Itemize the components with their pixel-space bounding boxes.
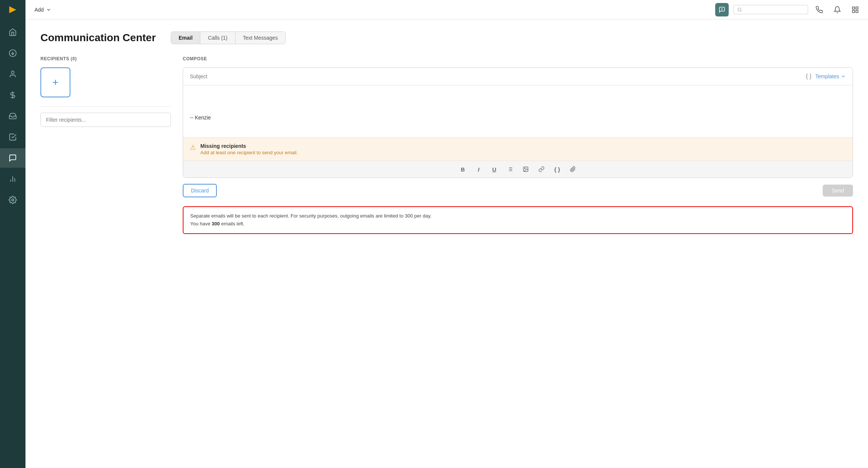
sidebar-item-settings[interactable] bbox=[0, 190, 25, 210]
recipients-label: RECIPIENTS (0) bbox=[40, 56, 171, 61]
templates-label: Templates bbox=[815, 73, 839, 79]
chat-icon bbox=[719, 6, 725, 13]
warning-subtitle: Add at least one recipient to send your … bbox=[200, 150, 298, 155]
sidebar-item-home[interactable] bbox=[0, 22, 25, 42]
image-icon[interactable] bbox=[521, 165, 530, 174]
svg-rect-14 bbox=[856, 7, 858, 9]
subject-row-right: { } Templates bbox=[806, 73, 846, 80]
bell-icon-button[interactable] bbox=[831, 3, 844, 16]
add-button[interactable]: Add bbox=[31, 5, 54, 14]
templates-button[interactable]: Templates bbox=[815, 73, 846, 79]
warning-title: Missing recipients bbox=[200, 143, 298, 149]
svg-line-12 bbox=[741, 10, 741, 11]
list-icon[interactable] bbox=[506, 165, 515, 174]
sidebar-item-download[interactable] bbox=[0, 43, 25, 63]
warning-content: Missing recipients Add at least one reci… bbox=[200, 143, 298, 155]
info-text2: You have bbox=[190, 221, 212, 227]
compose-panel: COMPOSE { } Templates bbox=[183, 56, 853, 281]
tab-calls[interactable]: Calls (1) bbox=[200, 32, 235, 44]
sidebar-item-inbox[interactable] bbox=[0, 106, 25, 126]
action-row: Discard Send bbox=[183, 178, 853, 197]
info-box: Separate emails will be sent to each rec… bbox=[183, 206, 853, 234]
add-recipient-icon: + bbox=[52, 76, 58, 88]
search-icon bbox=[737, 7, 742, 12]
italic-icon[interactable]: I bbox=[474, 165, 483, 174]
phone-icon-button[interactable] bbox=[813, 3, 826, 16]
app-logo[interactable] bbox=[0, 0, 25, 19]
variable-icon[interactable]: { } bbox=[806, 73, 811, 80]
chat-icon-button[interactable] bbox=[715, 3, 729, 16]
warning-icon: ⚠ bbox=[190, 143, 196, 152]
warning-banner: ⚠ Missing recipients Add at least one re… bbox=[183, 138, 853, 161]
sidebar-item-finance[interactable] bbox=[0, 85, 25, 105]
svg-rect-15 bbox=[853, 10, 855, 12]
link-icon[interactable] bbox=[537, 165, 546, 174]
info-text: Separate emails will be sent to each rec… bbox=[190, 213, 431, 219]
divider bbox=[40, 106, 171, 107]
sidebar-nav bbox=[0, 22, 25, 210]
main-layout: RECIPIENTS (0) + COMPOSE { } bbox=[40, 56, 853, 281]
tab-email[interactable]: Email bbox=[171, 32, 200, 44]
email-count: 300 bbox=[212, 221, 220, 227]
svg-rect-13 bbox=[853, 7, 855, 9]
sidebar-item-reports[interactable] bbox=[0, 169, 25, 189]
recipients-panel: RECIPIENTS (0) + bbox=[40, 56, 183, 281]
compose-box: { } Templates -- Kenzie ⚠ bbox=[183, 67, 853, 178]
info-text3: emails left. bbox=[220, 221, 245, 227]
compose-label: COMPOSE bbox=[183, 56, 853, 61]
add-recipient-button[interactable]: + bbox=[40, 67, 70, 97]
filter-recipients-input[interactable] bbox=[40, 113, 171, 127]
sidebar-item-tasks[interactable] bbox=[0, 127, 25, 147]
body-area[interactable]: -- Kenzie bbox=[183, 85, 853, 138]
page-header: Communication Center Email Calls (1) Tex… bbox=[40, 31, 853, 44]
underline-icon[interactable]: U bbox=[490, 165, 499, 174]
subject-row: { } Templates bbox=[183, 68, 853, 85]
search-input[interactable] bbox=[744, 7, 804, 12]
compose-toolbar: B I U { } bbox=[183, 161, 853, 177]
signature-text: -- Kenzie bbox=[190, 115, 846, 121]
send-button[interactable]: Send bbox=[823, 185, 853, 197]
grid-icon bbox=[852, 6, 859, 13]
main-area: Add Communication Center Email Calls (1) bbox=[25, 0, 868, 468]
templates-chevron-icon bbox=[841, 74, 846, 79]
bold-icon[interactable]: B bbox=[458, 165, 467, 174]
svg-marker-0 bbox=[9, 6, 16, 13]
sidebar-item-contacts[interactable] bbox=[0, 64, 25, 84]
subject-input[interactable] bbox=[190, 73, 801, 79]
svg-point-11 bbox=[738, 8, 741, 11]
svg-point-3 bbox=[11, 71, 14, 74]
svg-rect-16 bbox=[856, 10, 858, 12]
bell-icon bbox=[834, 6, 841, 13]
add-label: Add bbox=[34, 7, 44, 13]
phone-icon bbox=[816, 6, 823, 13]
search-bar[interactable] bbox=[733, 5, 808, 14]
page-title: Communication Center bbox=[40, 32, 156, 44]
code-variable-icon[interactable]: { } bbox=[553, 165, 562, 174]
sidebar bbox=[0, 0, 25, 468]
discard-button[interactable]: Discard bbox=[183, 184, 217, 197]
content-area: Communication Center Email Calls (1) Tex… bbox=[25, 19, 868, 468]
tab-group: Email Calls (1) Text Messages bbox=[171, 31, 286, 44]
chevron-down-icon bbox=[46, 7, 51, 12]
svg-point-24 bbox=[525, 168, 525, 169]
sidebar-item-messages[interactable] bbox=[0, 148, 25, 168]
attachment-icon[interactable] bbox=[568, 165, 577, 174]
grid-icon-button[interactable] bbox=[849, 3, 862, 16]
tab-text-messages[interactable]: Text Messages bbox=[236, 32, 285, 44]
topbar: Add bbox=[25, 0, 868, 19]
svg-point-8 bbox=[12, 199, 14, 201]
